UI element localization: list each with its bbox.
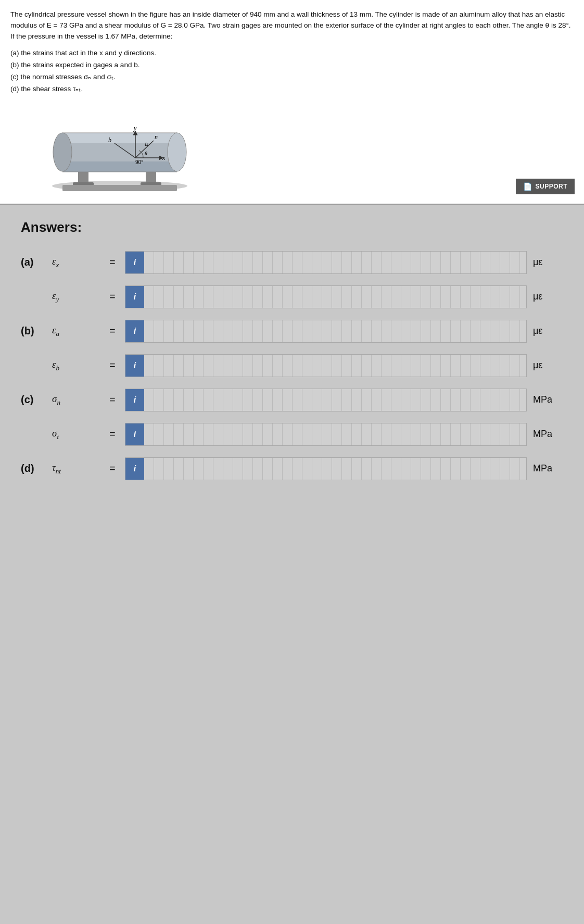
part-label-b: (b) — [21, 325, 52, 337]
equals-eb: = — [109, 359, 125, 371]
unit-tau-nt: MPa — [527, 463, 563, 474]
svg-text:a: a — [145, 141, 148, 147]
part-c-description: (c) the normal stresses σₙ and σₜ. — [10, 71, 574, 83]
part-a-description: (a) the strains that act in the x and y … — [10, 47, 574, 59]
svg-text:x: x — [162, 154, 166, 161]
svg-text:θ: θ — [145, 151, 147, 156]
equals-sigma-n: = — [109, 394, 125, 406]
var-label-eb: εb — [52, 359, 109, 372]
svg-text:b: b — [108, 136, 111, 144]
answer-field-eb: i — [125, 354, 527, 377]
figure-container: x y n b a 90° θ — [31, 102, 574, 195]
answer-row-tau-nt: (d) τnt = i MPa — [21, 457, 563, 480]
var-label-sigma-n: σn — [52, 393, 109, 407]
part-label-a: (a) — [21, 256, 52, 268]
unit-ea: με — [527, 326, 563, 336]
unit-ex: με — [527, 257, 563, 268]
input-sigma-t[interactable] — [144, 423, 526, 445]
support-button[interactable]: 📄 SUPPORT — [516, 179, 575, 194]
unit-sigma-t: MPa — [527, 429, 563, 440]
problem-section: The cylindrical pressure vessel shown in… — [0, 0, 584, 205]
input-ea[interactable] — [144, 320, 526, 342]
var-label-ea: εa — [52, 324, 109, 338]
equals-tau-nt: = — [109, 463, 125, 475]
input-sigma-n[interactable] — [144, 389, 526, 411]
svg-point-10 — [168, 133, 186, 171]
answer-row-sigma-n: (c) σn = i MPa — [21, 389, 563, 411]
answer-field-sigma-t: i — [125, 423, 527, 446]
part-b-description: (b) the strains expected in gages a and … — [10, 59, 574, 71]
unit-sigma-n: MPa — [527, 394, 563, 405]
answers-title: Answers: — [21, 219, 563, 235]
part-label-d: (d) — [21, 463, 52, 475]
info-button-sigma-n[interactable]: i — [125, 389, 144, 411]
var-label-ey: εy — [52, 290, 109, 304]
answer-row-ey: εy = i με — [21, 285, 563, 308]
svg-text:90°: 90° — [135, 159, 143, 165]
svg-text:n: n — [155, 133, 158, 141]
var-label-sigma-t: σt — [52, 428, 109, 441]
info-button-tau-nt[interactable]: i — [125, 458, 144, 480]
answer-row-ex: (a) εx = i με — [21, 251, 563, 274]
equals-sigma-t: = — [109, 428, 125, 440]
document-icon: 📄 — [523, 182, 532, 191]
svg-rect-5 — [62, 185, 177, 191]
info-button-eb[interactable]: i — [125, 355, 144, 377]
answer-field-sigma-n: i — [125, 389, 527, 411]
input-tau-nt[interactable] — [144, 458, 526, 480]
info-button-ey[interactable]: i — [125, 286, 144, 308]
var-label-tau-nt: τnt — [52, 462, 109, 476]
part-label-c: (c) — [21, 394, 52, 406]
input-eb[interactable] — [144, 355, 526, 377]
info-button-sigma-t[interactable]: i — [125, 423, 144, 445]
answer-field-ex: i — [125, 251, 527, 274]
unit-ey: με — [527, 291, 563, 302]
answer-field-tau-nt: i — [125, 457, 527, 480]
var-label-ex: εx — [52, 256, 109, 269]
answers-section: Answers: (a) εx = i με εy = i με (b) εa … — [0, 205, 584, 513]
equals-ea: = — [109, 325, 125, 337]
answer-row-sigma-t: σt = i MPa — [21, 423, 563, 446]
cylinder-figure: x y n b a 90° θ — [31, 102, 208, 195]
support-button-label: SUPPORT — [535, 183, 567, 190]
svg-rect-7 — [62, 133, 177, 143]
input-ey[interactable] — [144, 286, 526, 308]
problem-parts-list: (a) the strains that act in the x and y … — [10, 47, 574, 95]
answer-row-eb: εb = i με — [21, 354, 563, 377]
unit-eb: με — [527, 360, 563, 371]
equals-ey: = — [109, 291, 125, 303]
input-ex[interactable] — [144, 252, 526, 273]
info-button-ea[interactable]: i — [125, 320, 144, 342]
answer-field-ey: i — [125, 285, 527, 308]
svg-rect-8 — [62, 161, 177, 172]
equals-ex: = — [109, 256, 125, 268]
problem-text: The cylindrical pressure vessel shown in… — [10, 9, 574, 42]
answer-row-ea: (b) εa = i με — [21, 320, 563, 343]
info-button-ex[interactable]: i — [125, 252, 144, 273]
svg-point-9 — [53, 133, 72, 171]
svg-text:y: y — [133, 124, 137, 132]
part-d-description: (d) the shear stress τₙₜ. — [10, 83, 574, 95]
answer-field-ea: i — [125, 320, 527, 343]
